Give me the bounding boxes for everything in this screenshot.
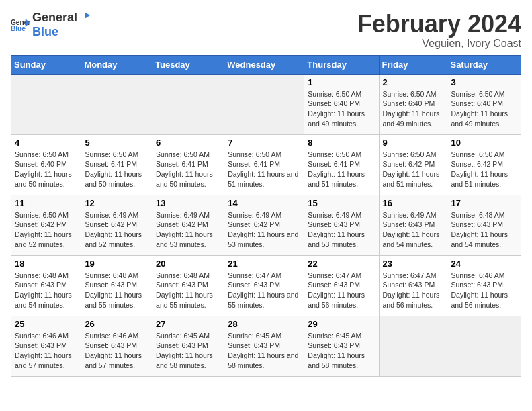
calendar-cell: 6Sunrise: 6:50 AMSunset: 6:41 PMDaylight… <box>152 134 224 195</box>
day-info: Sunrise: 6:45 AMSunset: 6:43 PMDaylight:… <box>156 331 220 371</box>
day-number: 25 <box>15 319 77 329</box>
calendar-cell: 9Sunrise: 6:50 AMSunset: 6:42 PMDaylight… <box>379 134 447 195</box>
day-info: Sunrise: 6:49 AMSunset: 6:42 PMDaylight:… <box>85 210 148 250</box>
day-number: 15 <box>308 198 375 208</box>
day-info: Sunrise: 6:46 AMSunset: 6:43 PMDaylight:… <box>451 271 517 310</box>
day-info: Sunrise: 6:50 AMSunset: 6:40 PMDaylight:… <box>308 89 375 129</box>
day-number: 19 <box>85 259 148 269</box>
calendar-cell: 2Sunrise: 6:50 AMSunset: 6:40 PMDaylight… <box>379 74 447 134</box>
day-info: Sunrise: 6:45 AMSunset: 6:43 PMDaylight:… <box>308 331 375 371</box>
calendar-week-row: 1Sunrise: 6:50 AMSunset: 6:40 PMDaylight… <box>11 74 521 134</box>
day-info: Sunrise: 6:46 AMSunset: 6:43 PMDaylight:… <box>85 331 148 371</box>
weekday-header-row: SundayMondayTuesdayWednesdayThursdayFrid… <box>11 55 521 74</box>
day-number: 8 <box>308 138 375 148</box>
day-info: Sunrise: 6:48 AMSunset: 6:43 PMDaylight:… <box>156 271 220 310</box>
day-number: 14 <box>228 198 300 208</box>
calendar-cell: 13Sunrise: 6:49 AMSunset: 6:42 PMDayligh… <box>152 195 224 255</box>
calendar-week-row: 25Sunrise: 6:46 AMSunset: 6:43 PMDayligh… <box>11 316 521 376</box>
day-number: 9 <box>383 138 444 148</box>
day-info: Sunrise: 6:48 AMSunset: 6:43 PMDaylight:… <box>15 271 77 310</box>
day-number: 2 <box>383 77 444 87</box>
day-number: 3 <box>451 77 517 87</box>
calendar-cell: 10Sunrise: 6:50 AMSunset: 6:42 PMDayligh… <box>447 134 521 195</box>
day-info: Sunrise: 6:50 AMSunset: 6:41 PMDaylight:… <box>308 150 375 189</box>
svg-text:Blue: Blue <box>11 25 26 32</box>
day-info: Sunrise: 6:50 AMSunset: 6:40 PMDaylight:… <box>383 89 444 129</box>
day-number: 23 <box>383 259 444 269</box>
day-info: Sunrise: 6:48 AMSunset: 6:43 PMDaylight:… <box>451 210 517 250</box>
calendar-table: SundayMondayTuesdayWednesdayThursdayFrid… <box>11 55 521 377</box>
calendar-cell: 17Sunrise: 6:48 AMSunset: 6:43 PMDayligh… <box>447 195 521 255</box>
weekday-header-tuesday: Tuesday <box>152 55 224 74</box>
day-info: Sunrise: 6:45 AMSunset: 6:43 PMDaylight:… <box>228 331 300 371</box>
calendar-cell: 3Sunrise: 6:50 AMSunset: 6:40 PMDaylight… <box>447 74 521 134</box>
calendar-cell: 11Sunrise: 6:50 AMSunset: 6:42 PMDayligh… <box>11 195 81 255</box>
day-number: 28 <box>228 319 300 329</box>
day-info: Sunrise: 6:48 AMSunset: 6:43 PMDaylight:… <box>85 271 148 310</box>
day-info: Sunrise: 6:47 AMSunset: 6:43 PMDaylight:… <box>383 271 444 310</box>
logo-flag-icon <box>78 12 90 21</box>
day-number: 10 <box>451 138 517 148</box>
calendar-cell: 4Sunrise: 6:50 AMSunset: 6:40 PMDaylight… <box>11 134 81 195</box>
calendar-cell <box>224 74 304 134</box>
calendar-subtitle: Veguien, Ivory Coast <box>357 38 521 50</box>
calendar-cell: 20Sunrise: 6:48 AMSunset: 6:43 PMDayligh… <box>152 255 224 316</box>
day-number: 26 <box>85 319 148 329</box>
calendar-week-row: 18Sunrise: 6:48 AMSunset: 6:43 PMDayligh… <box>11 255 521 316</box>
calendar-cell: 5Sunrise: 6:50 AMSunset: 6:41 PMDaylight… <box>81 134 152 195</box>
calendar-cell: 21Sunrise: 6:47 AMSunset: 6:43 PMDayligh… <box>224 255 304 316</box>
day-info: Sunrise: 6:50 AMSunset: 6:41 PMDaylight:… <box>156 150 220 189</box>
day-number: 11 <box>15 198 77 208</box>
page-header: General Blue General Blue February 2024 … <box>11 11 521 50</box>
day-number: 5 <box>85 138 148 148</box>
day-info: Sunrise: 6:49 AMSunset: 6:43 PMDaylight:… <box>383 210 444 250</box>
day-info: Sunrise: 6:49 AMSunset: 6:43 PMDaylight:… <box>308 210 375 250</box>
day-info: Sunrise: 6:50 AMSunset: 6:40 PMDaylight:… <box>451 89 517 129</box>
calendar-week-row: 11Sunrise: 6:50 AMSunset: 6:42 PMDayligh… <box>11 195 521 255</box>
logo-icon: General Blue <box>11 17 30 32</box>
weekday-header-sunday: Sunday <box>11 55 81 74</box>
calendar-cell <box>152 74 224 134</box>
day-info: Sunrise: 6:49 AMSunset: 6:42 PMDaylight:… <box>156 210 220 250</box>
calendar-cell: 22Sunrise: 6:47 AMSunset: 6:43 PMDayligh… <box>304 255 379 316</box>
day-number: 21 <box>228 259 300 269</box>
day-info: Sunrise: 6:50 AMSunset: 6:42 PMDaylight:… <box>451 150 517 189</box>
day-info: Sunrise: 6:50 AMSunset: 6:41 PMDaylight:… <box>85 150 148 189</box>
calendar-title: February 2024 <box>357 11 521 38</box>
calendar-cell: 23Sunrise: 6:47 AMSunset: 6:43 PMDayligh… <box>379 255 447 316</box>
weekday-header-monday: Monday <box>81 55 152 74</box>
calendar-cell: 15Sunrise: 6:49 AMSunset: 6:43 PMDayligh… <box>304 195 379 255</box>
day-info: Sunrise: 6:50 AMSunset: 6:41 PMDaylight:… <box>228 150 300 189</box>
day-info: Sunrise: 6:49 AMSunset: 6:42 PMDaylight:… <box>228 210 300 250</box>
calendar-cell: 7Sunrise: 6:50 AMSunset: 6:41 PMDaylight… <box>224 134 304 195</box>
calendar-cell: 16Sunrise: 6:49 AMSunset: 6:43 PMDayligh… <box>379 195 447 255</box>
weekday-header-friday: Friday <box>379 55 447 74</box>
day-info: Sunrise: 6:50 AMSunset: 6:40 PMDaylight:… <box>15 150 77 189</box>
day-number: 24 <box>451 259 517 269</box>
calendar-cell: 14Sunrise: 6:49 AMSunset: 6:42 PMDayligh… <box>224 195 304 255</box>
logo: General Blue General Blue <box>11 11 91 39</box>
calendar-week-row: 4Sunrise: 6:50 AMSunset: 6:40 PMDaylight… <box>11 134 521 195</box>
calendar-cell <box>447 316 521 376</box>
calendar-cell: 29Sunrise: 6:45 AMSunset: 6:43 PMDayligh… <box>304 316 379 376</box>
title-area: February 2024 Veguien, Ivory Coast <box>357 11 521 50</box>
day-info: Sunrise: 6:47 AMSunset: 6:43 PMDaylight:… <box>308 271 375 310</box>
calendar-cell: 18Sunrise: 6:48 AMSunset: 6:43 PMDayligh… <box>11 255 81 316</box>
calendar-cell: 24Sunrise: 6:46 AMSunset: 6:43 PMDayligh… <box>447 255 521 316</box>
day-number: 4 <box>15 138 77 148</box>
day-number: 17 <box>451 198 517 208</box>
calendar-cell: 8Sunrise: 6:50 AMSunset: 6:41 PMDaylight… <box>304 134 379 195</box>
weekday-header-saturday: Saturday <box>447 55 521 74</box>
day-info: Sunrise: 6:46 AMSunset: 6:43 PMDaylight:… <box>15 331 77 371</box>
weekday-header-thursday: Thursday <box>304 55 379 74</box>
calendar-cell <box>379 316 447 376</box>
calendar-cell: 12Sunrise: 6:49 AMSunset: 6:42 PMDayligh… <box>81 195 152 255</box>
day-number: 6 <box>156 138 220 148</box>
day-number: 1 <box>308 77 375 87</box>
day-number: 13 <box>156 198 220 208</box>
calendar-cell: 19Sunrise: 6:48 AMSunset: 6:43 PMDayligh… <box>81 255 152 316</box>
calendar-cell: 26Sunrise: 6:46 AMSunset: 6:43 PMDayligh… <box>81 316 152 376</box>
day-info: Sunrise: 6:50 AMSunset: 6:42 PMDaylight:… <box>383 150 444 189</box>
day-number: 16 <box>383 198 444 208</box>
logo-general-text: General <box>32 11 77 25</box>
